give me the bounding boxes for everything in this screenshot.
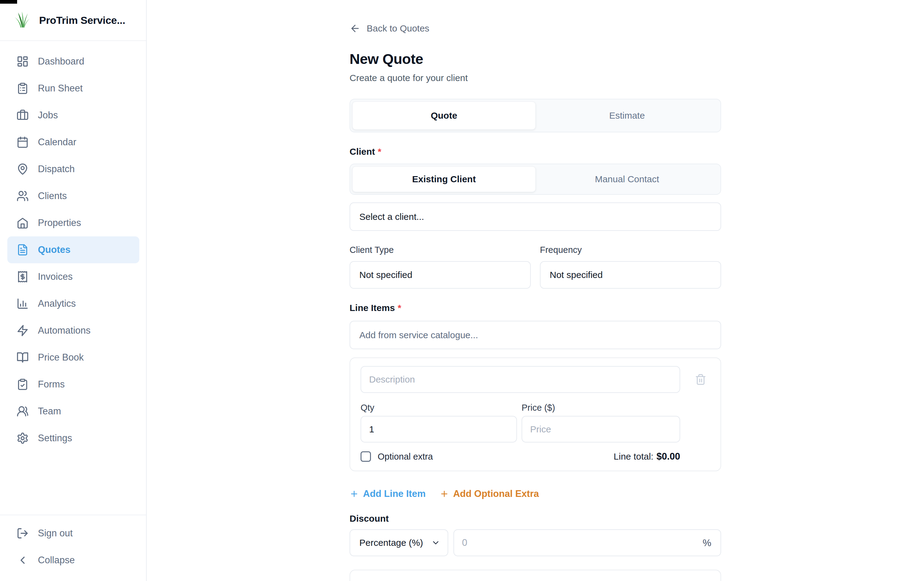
discount-amount-field: % bbox=[454, 529, 721, 556]
sidebar-item-jobs[interactable]: Jobs bbox=[7, 102, 139, 129]
sidebar-item-price-book[interactable]: Price Book bbox=[7, 344, 139, 371]
service-catalogue-placeholder: Add from service catalogue... bbox=[359, 330, 478, 340]
sidebar-item-automations[interactable]: Automations bbox=[7, 317, 139, 344]
client-type-label: Client Type bbox=[350, 245, 531, 255]
discount-type-select[interactable]: Percentage (%) bbox=[350, 529, 448, 556]
sidebar-item-label: Clients bbox=[38, 190, 67, 202]
optional-extra-label: Optional extra bbox=[378, 452, 433, 462]
sidebar-item-quotes[interactable]: Quotes bbox=[7, 237, 139, 263]
line-total: Line total:$0.00 bbox=[614, 451, 680, 462]
properties-icon bbox=[16, 217, 29, 229]
settings-icon bbox=[16, 432, 29, 444]
line-total-value: $0.00 bbox=[656, 451, 680, 462]
invoices-icon bbox=[16, 271, 29, 283]
sidebar-item-invoices[interactable]: Invoices bbox=[7, 263, 139, 290]
sidebar-item-settings[interactable]: Settings bbox=[7, 425, 139, 452]
client-type-field[interactable]: Not specified bbox=[350, 261, 531, 289]
client-select-value: Select a client... bbox=[359, 212, 424, 222]
add-line-item-label: Add Line Item bbox=[363, 488, 426, 499]
price-input[interactable] bbox=[521, 416, 680, 442]
toggle-option-estimate[interactable]: Estimate bbox=[536, 101, 718, 130]
qty-input[interactable] bbox=[361, 416, 517, 442]
service-catalogue-select[interactable]: Add from service catalogue... bbox=[350, 321, 721, 349]
description-input[interactable] bbox=[361, 366, 680, 393]
sign-out-icon bbox=[16, 527, 29, 540]
sidebar-item-label: Dispatch bbox=[38, 164, 75, 175]
collapse-button[interactable]: Collapse bbox=[7, 547, 139, 574]
plus-icon bbox=[350, 489, 359, 498]
client-label: Client* bbox=[350, 146, 721, 157]
discount-amount-input[interactable] bbox=[454, 529, 721, 556]
sidebar-item-clients[interactable]: Clients bbox=[7, 182, 139, 209]
back-to-quotes-link[interactable]: Back to Quotes bbox=[350, 0, 429, 34]
page-title: New Quote bbox=[350, 50, 721, 67]
sidebar-item-label: Analytics bbox=[38, 298, 76, 309]
team-icon bbox=[16, 405, 29, 417]
discount-type-value: Percentage (%) bbox=[359, 538, 423, 548]
sign-out-label: Sign out bbox=[38, 528, 73, 539]
add-line-item-button[interactable]: Add Line Item bbox=[350, 488, 426, 499]
discount-label: Discount bbox=[350, 513, 721, 524]
optional-extra-checkbox[interactable] bbox=[361, 451, 371, 462]
sidebar-item-label: Forms bbox=[38, 379, 65, 390]
jobs-icon bbox=[16, 109, 29, 121]
client-mode-toggle: Existing Client Manual Contact bbox=[350, 164, 721, 195]
sidebar-item-label: Calendar bbox=[38, 137, 76, 148]
line-items-label: Line Items* bbox=[350, 303, 721, 313]
required-asterisk: * bbox=[398, 303, 401, 313]
next-section-partial bbox=[350, 570, 721, 581]
dispatch-icon bbox=[16, 163, 29, 175]
app-title: ProTrim Service... bbox=[39, 14, 125, 26]
required-asterisk: * bbox=[378, 146, 381, 157]
sidebar-item-team[interactable]: Team bbox=[7, 398, 139, 425]
sidebar-footer: Sign out Collapse bbox=[0, 515, 146, 581]
sidebar-item-label: Price Book bbox=[38, 352, 84, 363]
sign-out-button[interactable]: Sign out bbox=[7, 520, 139, 547]
analytics-icon bbox=[16, 298, 29, 310]
sidebar-item-label: Jobs bbox=[38, 110, 58, 121]
sidebar-item-dispatch[interactable]: Dispatch bbox=[7, 156, 139, 182]
trash-icon[interactable] bbox=[680, 374, 721, 385]
sidebar-item-calendar[interactable]: Calendar bbox=[7, 129, 139, 156]
sidebar-item-analytics[interactable]: Analytics bbox=[7, 290, 139, 317]
price-label: Price ($) bbox=[521, 403, 680, 413]
chevron-down-icon bbox=[431, 538, 440, 547]
sidebar-item-label: Invoices bbox=[38, 271, 73, 282]
client-type-value: Not specified bbox=[359, 270, 412, 280]
quote-type-toggle: Quote Estimate bbox=[350, 99, 721, 132]
chevron-left-icon bbox=[16, 554, 29, 566]
frequency-field[interactable]: Not specified bbox=[540, 261, 721, 289]
toggle-option-existing-client[interactable]: Existing Client bbox=[352, 166, 536, 192]
toggle-option-quote[interactable]: Quote bbox=[352, 101, 536, 130]
sidebar-item-dashboard[interactable]: Dashboard bbox=[7, 48, 139, 75]
sidebar-item-properties[interactable]: Properties bbox=[7, 209, 139, 237]
grass-logo-icon bbox=[12, 10, 32, 31]
optional-extra-option[interactable]: Optional extra bbox=[361, 451, 433, 462]
collapse-label: Collapse bbox=[38, 555, 75, 566]
run-sheet-icon bbox=[16, 82, 29, 94]
dashboard-icon bbox=[16, 55, 29, 68]
discount-suffix: % bbox=[703, 537, 711, 549]
quotes-icon bbox=[16, 244, 29, 256]
toggle-option-manual-contact[interactable]: Manual Contact bbox=[536, 166, 718, 192]
sidebar-item-label: Automations bbox=[38, 325, 91, 336]
line-total-label: Line total: bbox=[614, 451, 653, 462]
sidebar-item-label: Dashboard bbox=[38, 56, 84, 67]
sidebar-item-label: Run Sheet bbox=[38, 83, 83, 94]
sidebar-item-forms[interactable]: Forms bbox=[7, 371, 139, 398]
arrow-left-icon bbox=[350, 23, 361, 34]
app-screen: ProTrim Service... DashboardRun SheetJob… bbox=[0, 0, 924, 581]
sidebar: ProTrim Service... DashboardRun SheetJob… bbox=[0, 0, 147, 581]
price-book-icon bbox=[16, 351, 29, 364]
forms-icon bbox=[16, 378, 29, 391]
client-select[interactable]: Select a client... bbox=[350, 202, 721, 231]
sidebar-item-run-sheet[interactable]: Run Sheet bbox=[7, 75, 139, 102]
sidebar-item-label: Settings bbox=[38, 433, 72, 444]
plus-icon bbox=[440, 489, 449, 498]
qty-label: Qty bbox=[361, 403, 517, 413]
frequency-label: Frequency bbox=[540, 245, 721, 255]
add-optional-extra-button[interactable]: Add Optional Extra bbox=[440, 488, 539, 499]
app-logo-row: ProTrim Service... bbox=[0, 0, 146, 41]
main-area: Back to Quotes New Quote Create a quote … bbox=[147, 0, 924, 581]
top-left-artifact bbox=[0, 0, 17, 4]
